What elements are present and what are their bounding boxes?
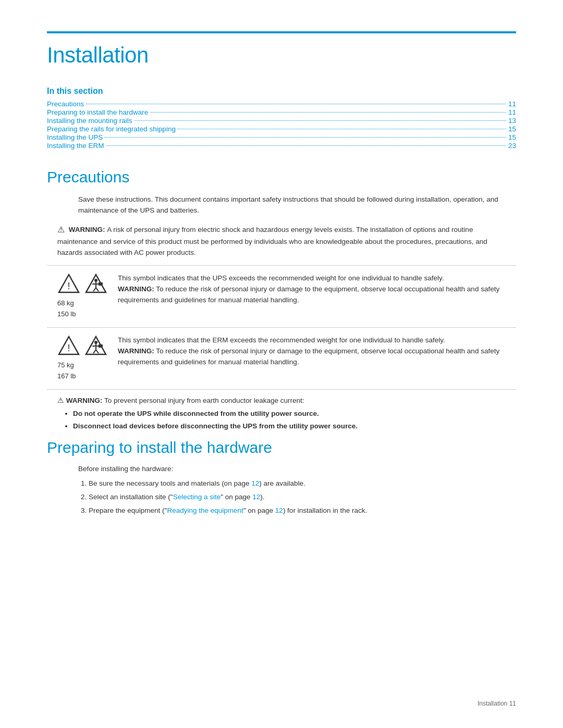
toc-link[interactable]: Installing the ERM <box>47 142 104 150</box>
top-rule <box>47 31 516 33</box>
caution-triangle-icon: ! <box>57 273 80 294</box>
svg-rect-17 <box>99 344 103 348</box>
earth-warning-text: To prevent personal injury from earth co… <box>103 397 304 404</box>
svg-line-7 <box>96 288 99 291</box>
symbol-warning-label: WARNING: <box>118 347 154 355</box>
toc-heading: In this section <box>47 87 516 96</box>
earth-warning-label: WARNING: <box>66 397 103 404</box>
toc-link[interactable]: Preparing to install the hardware <box>47 108 148 116</box>
precautions-main-warning: ⚠ WARNING: A risk of personal injury fro… <box>57 224 506 258</box>
page-12-link[interactable]: 12 <box>252 493 260 501</box>
toc-dots <box>178 129 506 129</box>
weight-text: 68 kg150 lb <box>57 298 107 320</box>
readying-equipment-link[interactable]: Readying the equipment <box>167 507 243 514</box>
page-link[interactable]: 12 <box>251 479 259 487</box>
svg-text:!: ! <box>67 281 70 291</box>
toc-section: In this section Precautions 11 Preparing… <box>47 87 516 150</box>
page-12b-link[interactable]: 12 <box>275 507 283 514</box>
toc-dots <box>150 112 506 113</box>
caution-triangle-icon: ! <box>57 335 80 356</box>
toc-row: Installing the mounting rails 13 <box>47 117 516 125</box>
earth-warning-bullets: Do not operate the UPS while disconnecte… <box>57 408 506 431</box>
earth-warning-block: ⚠ WARNING: To prevent personal injury fr… <box>57 395 506 432</box>
toc-row: Installing the UPS 15 <box>47 133 516 141</box>
symbol-row: ! 75 kg167 lb This symbol indicates that… <box>47 328 516 390</box>
precautions-intro: Save these instructions. This document c… <box>78 194 506 216</box>
preparing-steps: Be sure the necessary tools and material… <box>78 478 506 516</box>
symbol-desc-cell: This symbol indicates that the ERM excee… <box>113 328 516 390</box>
preparing-step: Select an installation site ("Selecting … <box>89 491 506 503</box>
svg-point-12 <box>94 341 97 344</box>
toc-link[interactable]: Precautions <box>47 100 84 108</box>
svg-line-6 <box>93 288 96 291</box>
preparing-intro: Before installing the hardware: <box>78 465 516 473</box>
symbol-warning-label: WARNING: <box>118 285 154 293</box>
toc-row: Precautions 11 <box>47 100 516 108</box>
toc-row: Preparing the rails for integrated shipp… <box>47 125 516 133</box>
toc-rows: Precautions 11 Preparing to install the … <box>47 100 516 150</box>
symbol-row: ! 68 kg150 lb This symbol indicates that… <box>47 266 516 328</box>
toc-page: 23 <box>508 142 516 150</box>
earth-bullet-item: Do not operate the UPS while disconnecte… <box>73 408 506 419</box>
toc-dots <box>134 120 506 121</box>
selecting-site-link[interactable]: Selecting a site <box>173 493 221 501</box>
symbol-icons: ! <box>57 335 107 356</box>
toc-page: 11 <box>508 100 516 108</box>
toc-page: 15 <box>508 133 516 141</box>
precautions-heading: Precautions <box>47 168 516 186</box>
preparing-heading: Preparing to install the hardware <box>47 439 516 456</box>
preparing-step: Prepare the equipment ("Readying the equ… <box>89 505 506 516</box>
precautions-warning-text: A risk of personal injury from electric … <box>57 226 487 256</box>
toc-link[interactable]: Preparing the rails for integrated shipp… <box>47 125 176 133</box>
symbol-description: This symbol indicates that the ERM excee… <box>118 335 506 346</box>
svg-point-3 <box>94 279 97 282</box>
earth-warning-line: ⚠ WARNING: To prevent personal injury fr… <box>57 395 506 406</box>
toc-page: 11 <box>508 108 516 116</box>
symbol-cell: ! 68 kg150 lb <box>47 266 113 328</box>
symbol-warning: WARNING: To reduce the risk of personal … <box>118 284 506 306</box>
toc-page: 15 <box>508 125 516 133</box>
preparing-step: Be sure the necessary tools and material… <box>89 478 506 489</box>
weight-text: 75 kg167 lb <box>57 360 107 382</box>
svg-text:!: ! <box>67 343 70 353</box>
heavy-load-icon <box>84 335 107 356</box>
toc-dots <box>106 145 506 146</box>
toc-row: Installing the ERM 23 <box>47 142 516 150</box>
svg-rect-8 <box>99 282 103 286</box>
symbol-rows-table: ! 68 kg150 lb This symbol indicates that… <box>47 265 516 389</box>
toc-row: Preparing to install the hardware 11 <box>47 108 516 116</box>
toc-dots <box>105 137 506 138</box>
svg-line-15 <box>93 350 96 353</box>
svg-line-16 <box>96 350 99 353</box>
page-footer: Installation 11 <box>478 700 516 707</box>
chapter-title: Installation <box>47 43 516 68</box>
toc-dots <box>86 104 506 104</box>
symbol-description: This symbol indicates that the UPS excee… <box>118 273 506 284</box>
symbol-cell: ! 75 kg167 lb <box>47 328 113 390</box>
steps-list: Be sure the necessary tools and material… <box>78 478 506 516</box>
toc-link[interactable]: Installing the UPS <box>47 133 103 141</box>
heavy-load-icon <box>84 273 107 294</box>
precautions-warning-label: WARNING: <box>69 226 107 233</box>
warning-triangle-icon: ⚠ <box>57 224 65 237</box>
toc-page: 13 <box>508 117 516 125</box>
symbol-icons: ! <box>57 273 107 294</box>
earth-bullet-item: Disconnect load devices before disconnec… <box>73 421 506 432</box>
symbol-desc-cell: This symbol indicates that the UPS excee… <box>113 266 516 328</box>
toc-link[interactable]: Installing the mounting rails <box>47 117 132 125</box>
symbol-warning: WARNING: To reduce the risk of personal … <box>118 346 506 368</box>
earth-warning-icon: ⚠ <box>57 397 64 404</box>
